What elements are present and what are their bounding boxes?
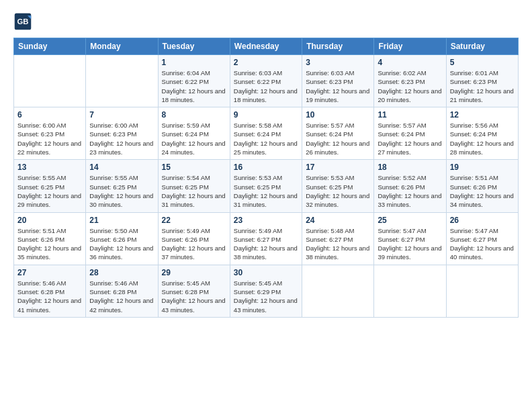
day-number: 16 — [234, 163, 298, 172]
day-number: 5 — [450, 58, 515, 67]
day-number: 23 — [234, 216, 298, 225]
weekday-header-friday: Friday — [374, 38, 446, 55]
calendar-cell: 2Sunrise: 6:03 AM Sunset: 6:22 PM Daylig… — [230, 55, 302, 107]
calendar-cell: 25Sunrise: 5:47 AM Sunset: 6:27 PM Dayli… — [374, 212, 446, 265]
day-number: 18 — [378, 163, 442, 172]
day-number: 22 — [162, 216, 226, 225]
calendar-cell: 8Sunrise: 5:59 AM Sunset: 6:24 PM Daylig… — [158, 107, 230, 160]
day-number: 12 — [450, 110, 515, 120]
calendar-cell — [446, 265, 518, 317]
calendar-week-row: 6Sunrise: 6:00 AM Sunset: 6:23 PM Daylig… — [14, 107, 519, 160]
day-info: Sunrise: 5:51 AM Sunset: 6:26 PM Dayligh… — [450, 173, 515, 209]
calendar-cell — [86, 55, 158, 107]
calendar-cell: 24Sunrise: 5:48 AM Sunset: 6:27 PM Dayli… — [302, 212, 374, 265]
day-info: Sunrise: 5:53 AM Sunset: 6:25 PM Dayligh… — [234, 173, 298, 209]
day-info: Sunrise: 5:49 AM Sunset: 6:27 PM Dayligh… — [234, 226, 298, 262]
calendar-table: SundayMondayTuesdayWednesdayThursdayFrid… — [13, 38, 519, 318]
calendar-cell: 27Sunrise: 5:46 AM Sunset: 6:28 PM Dayli… — [14, 265, 86, 317]
logo-icon: GB — [13, 12, 32, 31]
day-number: 15 — [162, 163, 226, 172]
day-number: 19 — [450, 163, 515, 172]
header: GB — [13, 12, 519, 31]
day-number: 27 — [17, 268, 82, 277]
calendar-cell: 4Sunrise: 6:02 AM Sunset: 6:23 PM Daylig… — [374, 55, 446, 107]
day-info: Sunrise: 5:56 AM Sunset: 6:24 PM Dayligh… — [450, 121, 515, 156]
day-info: Sunrise: 5:45 AM Sunset: 6:29 PM Dayligh… — [234, 279, 298, 314]
day-number: 30 — [234, 268, 298, 277]
calendar-cell: 6Sunrise: 6:00 AM Sunset: 6:23 PM Daylig… — [14, 107, 86, 160]
calendar-cell — [14, 55, 86, 107]
calendar-cell: 21Sunrise: 5:50 AM Sunset: 6:26 PM Dayli… — [86, 212, 158, 265]
calendar-cell — [374, 265, 446, 317]
calendar-cell: 1Sunrise: 6:04 AM Sunset: 6:22 PM Daylig… — [158, 55, 230, 107]
day-number: 9 — [234, 110, 298, 120]
day-number: 7 — [89, 110, 154, 120]
day-number: 3 — [306, 58, 370, 67]
svg-text:GB: GB — [17, 17, 28, 26]
day-info: Sunrise: 5:49 AM Sunset: 6:26 PM Dayligh… — [162, 226, 226, 262]
calendar-cell: 14Sunrise: 5:55 AM Sunset: 6:25 PM Dayli… — [86, 160, 158, 212]
calendar-cell: 12Sunrise: 5:56 AM Sunset: 6:24 PM Dayli… — [446, 107, 518, 160]
day-number: 8 — [162, 110, 226, 120]
day-number: 14 — [89, 163, 154, 172]
day-number: 24 — [306, 216, 370, 225]
day-info: Sunrise: 6:04 AM Sunset: 6:22 PM Dayligh… — [162, 68, 226, 104]
day-number: 28 — [89, 268, 154, 277]
calendar-week-row: 1Sunrise: 6:04 AM Sunset: 6:22 PM Daylig… — [14, 55, 519, 107]
day-number: 11 — [378, 110, 442, 120]
day-info: Sunrise: 5:57 AM Sunset: 6:24 PM Dayligh… — [378, 121, 442, 156]
day-info: Sunrise: 5:59 AM Sunset: 6:24 PM Dayligh… — [162, 121, 226, 156]
day-info: Sunrise: 5:52 AM Sunset: 6:26 PM Dayligh… — [378, 173, 442, 209]
calendar-cell: 3Sunrise: 6:03 AM Sunset: 6:23 PM Daylig… — [302, 55, 374, 107]
calendar-cell: 18Sunrise: 5:52 AM Sunset: 6:26 PM Dayli… — [374, 160, 446, 212]
day-number: 6 — [17, 110, 82, 120]
day-info: Sunrise: 5:55 AM Sunset: 6:25 PM Dayligh… — [89, 173, 154, 209]
day-info: Sunrise: 5:55 AM Sunset: 6:25 PM Dayligh… — [17, 173, 82, 209]
logo-area: GB — [13, 12, 34, 31]
day-info: Sunrise: 6:00 AM Sunset: 6:23 PM Dayligh… — [89, 121, 154, 156]
day-info: Sunrise: 5:45 AM Sunset: 6:28 PM Dayligh… — [162, 279, 226, 314]
day-info: Sunrise: 6:03 AM Sunset: 6:22 PM Dayligh… — [234, 68, 298, 104]
calendar-cell: 30Sunrise: 5:45 AM Sunset: 6:29 PM Dayli… — [230, 265, 302, 317]
calendar-cell: 9Sunrise: 5:58 AM Sunset: 6:24 PM Daylig… — [230, 107, 302, 160]
day-number: 21 — [89, 216, 154, 225]
calendar-cell: 5Sunrise: 6:01 AM Sunset: 6:23 PM Daylig… — [446, 55, 518, 107]
day-info: Sunrise: 6:00 AM Sunset: 6:23 PM Dayligh… — [17, 121, 82, 156]
day-info: Sunrise: 5:46 AM Sunset: 6:28 PM Dayligh… — [17, 279, 82, 314]
calendar-cell: 16Sunrise: 5:53 AM Sunset: 6:25 PM Dayli… — [230, 160, 302, 212]
day-number: 13 — [17, 163, 82, 172]
calendar-week-row: 13Sunrise: 5:55 AM Sunset: 6:25 PM Dayli… — [14, 160, 519, 212]
day-info: Sunrise: 5:48 AM Sunset: 6:27 PM Dayligh… — [306, 226, 370, 262]
calendar-cell: 19Sunrise: 5:51 AM Sunset: 6:26 PM Dayli… — [446, 160, 518, 212]
calendar-cell: 10Sunrise: 5:57 AM Sunset: 6:24 PM Dayli… — [302, 107, 374, 160]
day-number: 1 — [162, 58, 226, 67]
day-number: 25 — [378, 216, 442, 225]
day-info: Sunrise: 6:03 AM Sunset: 6:23 PM Dayligh… — [306, 68, 370, 104]
day-number: 2 — [234, 58, 298, 67]
weekday-header-sunday: Sunday — [14, 38, 86, 55]
calendar-header-row: SundayMondayTuesdayWednesdayThursdayFrid… — [14, 38, 519, 55]
weekday-header-saturday: Saturday — [446, 38, 518, 55]
day-info: Sunrise: 5:46 AM Sunset: 6:28 PM Dayligh… — [89, 279, 154, 314]
day-info: Sunrise: 5:47 AM Sunset: 6:27 PM Dayligh… — [450, 226, 515, 262]
weekday-header-wednesday: Wednesday — [230, 38, 302, 55]
day-number: 29 — [162, 268, 226, 277]
day-number: 10 — [306, 110, 370, 120]
calendar-cell: 7Sunrise: 6:00 AM Sunset: 6:23 PM Daylig… — [86, 107, 158, 160]
day-number: 4 — [378, 58, 442, 67]
calendar-cell: 22Sunrise: 5:49 AM Sunset: 6:26 PM Dayli… — [158, 212, 230, 265]
calendar-week-row: 27Sunrise: 5:46 AM Sunset: 6:28 PM Dayli… — [14, 265, 519, 317]
day-info: Sunrise: 6:02 AM Sunset: 6:23 PM Dayligh… — [378, 68, 442, 104]
calendar-cell: 17Sunrise: 5:53 AM Sunset: 6:25 PM Dayli… — [302, 160, 374, 212]
calendar-cell: 26Sunrise: 5:47 AM Sunset: 6:27 PM Dayli… — [446, 212, 518, 265]
page: GB SundayMondayTuesdayWednesdayThursdayF… — [0, 0, 532, 411]
weekday-header-thursday: Thursday — [302, 38, 374, 55]
weekday-header-tuesday: Tuesday — [158, 38, 230, 55]
calendar-cell: 11Sunrise: 5:57 AM Sunset: 6:24 PM Dayli… — [374, 107, 446, 160]
calendar-cell: 28Sunrise: 5:46 AM Sunset: 6:28 PM Dayli… — [86, 265, 158, 317]
day-info: Sunrise: 5:53 AM Sunset: 6:25 PM Dayligh… — [306, 173, 370, 209]
calendar-cell: 29Sunrise: 5:45 AM Sunset: 6:28 PM Dayli… — [158, 265, 230, 317]
day-info: Sunrise: 5:57 AM Sunset: 6:24 PM Dayligh… — [306, 121, 370, 156]
day-info: Sunrise: 5:51 AM Sunset: 6:26 PM Dayligh… — [17, 226, 82, 262]
weekday-header-monday: Monday — [86, 38, 158, 55]
